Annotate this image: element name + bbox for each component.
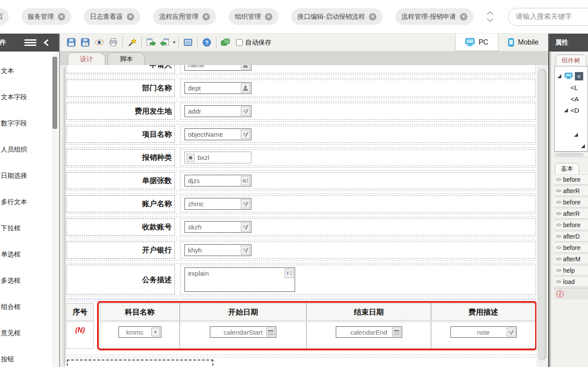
field-label[interactable]: 账户名称 (66, 195, 175, 212)
event-item[interactable]: <>afterD (554, 231, 588, 242)
close-icon[interactable]: × (265, 13, 272, 21)
tree-node-nested[interactable] (555, 140, 588, 152)
text-input-addr[interactable]: addr (184, 105, 251, 117)
form-row-skzh[interactable]: 收款账号 skzh (66, 217, 536, 237)
palette-item-opinion[interactable]: 意见框 (0, 320, 59, 346)
field-label[interactable]: 报销种类 (66, 149, 175, 166)
field-cell[interactable]: explain T (180, 265, 536, 294)
layers-icon[interactable] (219, 36, 232, 48)
palette-item-checkbox[interactable]: 多选框 (0, 267, 59, 294)
field-cell[interactable]: skzh (180, 218, 536, 235)
save-icon[interactable] (65, 36, 77, 48)
device-mobile-button[interactable]: Mobile (498, 34, 548, 51)
search-input[interactable] (508, 8, 588, 26)
text-input-objectname[interactable]: objectName (184, 128, 251, 140)
event-item[interactable]: <>load (554, 277, 588, 287)
autosave-checkbox[interactable] (236, 39, 243, 46)
start-date-cell[interactable]: calendarStart (180, 322, 306, 349)
close-icon[interactable]: × (127, 13, 134, 21)
field-label[interactable]: 部门名称 (66, 80, 175, 97)
sidebar-scrollbar-thumb[interactable] (52, 57, 57, 129)
field-label[interactable]: 申请人 (66, 65, 175, 73)
close-icon[interactable]: × (460, 13, 467, 21)
text-input-note[interactable]: note (450, 326, 517, 338)
date-input-calendarstart[interactable]: calendarStart (210, 326, 276, 338)
field-label[interactable]: 单据张数 (66, 172, 175, 189)
subject-cell[interactable]: kmmc ▼ (100, 322, 180, 349)
field-cell[interactable]: dept (180, 80, 536, 97)
palette-item-button[interactable]: 按钮 (0, 346, 59, 367)
palette-item-radio[interactable]: 单选框 (0, 241, 59, 267)
text-input-skzh[interactable]: skzh (184, 221, 251, 233)
top-tab[interactable]: 组织管理 × (229, 8, 278, 25)
dropdown-kmmc[interactable]: kmmc ▼ (118, 326, 161, 338)
field-cell[interactable]: addr (180, 103, 536, 120)
tree-node-d[interactable]: <D (555, 104, 588, 116)
save-as-icon[interactable] (79, 36, 91, 48)
device-pc-button[interactable]: PC (455, 34, 498, 51)
tree-node-root[interactable]: < (555, 70, 588, 82)
field-cell[interactable]: zhmc (180, 195, 536, 212)
form-row-explain[interactable]: 公务描述 explain T (66, 263, 536, 296)
tree-horizontal-scrollbar[interactable] (554, 152, 588, 157)
event-item[interactable]: <>afterR (554, 186, 588, 196)
wizard-wand-icon[interactable] (126, 36, 138, 48)
form-row-djzs[interactable]: 单据张数 djzs N (66, 170, 536, 191)
event-item[interactable]: <>afterR (554, 208, 588, 219)
form-row-zhmc[interactable]: 账户名称 zhmc (66, 194, 536, 214)
tree-node-l[interactable]: <L (555, 82, 588, 93)
event-item[interactable]: <>before (554, 220, 588, 230)
expand-triangle-icon[interactable] (574, 133, 578, 137)
help-icon[interactable]: ? (201, 36, 213, 48)
tab-script[interactable]: 脚本 (108, 52, 145, 65)
expand-triangle-icon[interactable] (557, 74, 561, 78)
field-label[interactable]: 项目名称 (66, 126, 175, 143)
field-cell[interactable]: khyh (180, 242, 536, 259)
date-input-calendarend[interactable]: calendarEnd (336, 326, 402, 338)
tree-node-label[interactable]: <D (571, 107, 579, 114)
field-label[interactable]: 收款账号 (66, 218, 175, 235)
palette-item-dropdown[interactable]: 下拉框 (0, 215, 59, 241)
tree-node-label[interactable]: <A (571, 95, 579, 103)
chevron-down-icon[interactable] (486, 18, 494, 22)
event-item[interactable]: <>before (554, 242, 588, 253)
next-row-label-cell-clipped[interactable] (67, 360, 213, 366)
field-cell[interactable]: djzs N (180, 172, 536, 189)
preview-eye-icon[interactable] (93, 36, 105, 48)
form-list-icon[interactable] (182, 36, 194, 48)
event-item[interactable]: <>before (554, 197, 588, 208)
collapse-left-icon[interactable] (43, 39, 49, 46)
dropdown-caret-icon[interactable]: ▼ (151, 328, 160, 336)
top-tab[interactable]: 流程管理-报销申请 × (395, 8, 473, 25)
calendar-icon[interactable] (266, 328, 275, 336)
tree-node-label[interactable]: <L (571, 84, 578, 91)
textarea-explain[interactable]: explain T (184, 267, 295, 292)
form-row-applicant[interactable]: 申请人 name (66, 65, 536, 75)
menu-icon[interactable] (24, 38, 36, 47)
expand-triangle-icon[interactable] (581, 144, 585, 148)
calendar-icon[interactable] (392, 328, 401, 336)
palette-item-org[interactable]: 人员组织 (0, 136, 59, 163)
event-item[interactable]: <>afterM (554, 254, 588, 264)
text-input-zhmc[interactable]: zhmc (184, 198, 251, 210)
event-item[interactable]: <>help (554, 265, 588, 276)
end-date-cell[interactable]: calendarEnd (306, 322, 431, 349)
note-cell[interactable]: note (431, 322, 536, 349)
top-tab-clipped[interactable]: 页 (0, 8, 9, 25)
palette-item-combobox[interactable]: 组合框 (0, 294, 59, 320)
field-cell[interactable]: name (180, 65, 536, 73)
expand-triangle-icon[interactable] (564, 108, 568, 112)
field-label[interactable]: 费用发生地 (66, 103, 175, 120)
tree-node-a[interactable]: <A (555, 93, 588, 104)
event-item[interactable]: <>before (554, 174, 588, 185)
palette-item-datepicker[interactable]: 日期选择 (0, 163, 59, 189)
palette-item-textfield[interactable]: 文本字段 (0, 84, 59, 110)
export-icon[interactable] (145, 36, 157, 48)
close-icon[interactable]: × (58, 13, 65, 21)
print-icon[interactable] (107, 36, 119, 48)
canvas-scrollbar-thumb[interactable] (538, 69, 546, 360)
form-row-khyh[interactable]: 开户银行 khyh (66, 240, 536, 260)
import-dropdown-caret-icon[interactable]: ▼ (172, 40, 176, 45)
text-input-name[interactable]: name (184, 65, 251, 71)
tab-design[interactable]: 设计 (68, 52, 105, 65)
